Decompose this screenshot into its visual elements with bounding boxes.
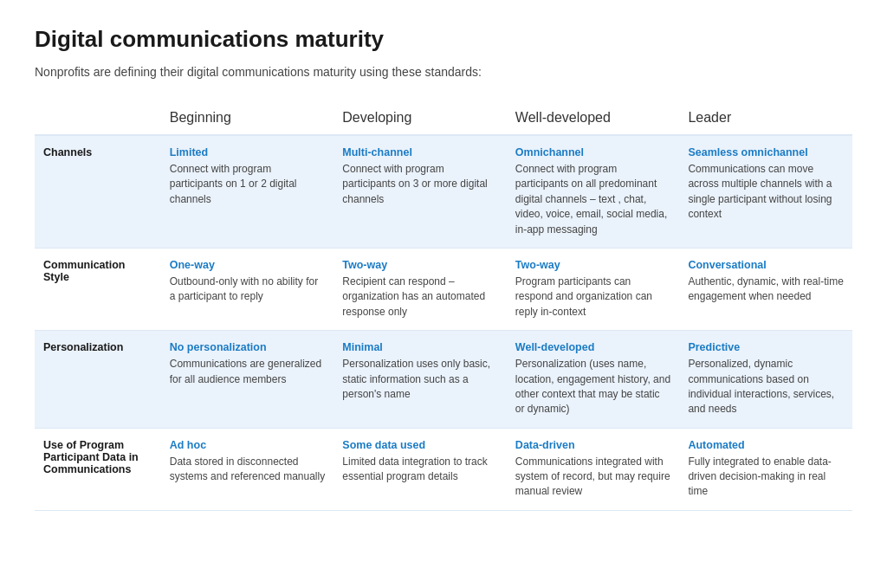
cell-well_developed-2: Well-developedPersonalization (uses name… — [507, 331, 680, 429]
row-label-3: Use of Program Participant Data in Commu… — [35, 428, 161, 510]
cell-title: One-way — [170, 259, 326, 271]
cell-title: Well-developed — [515, 341, 671, 353]
cell-title: Omnichannel — [515, 146, 671, 158]
row-label-2: Personalization — [35, 331, 161, 429]
table-row: PersonalizationNo personalizationCommuni… — [35, 331, 852, 429]
cell-beginning-1: One-wayOutbound-only with no ability for… — [161, 248, 334, 330]
cell-title: Multi-channel — [342, 146, 498, 158]
cell-title: Minimal — [342, 341, 498, 353]
cell-title: Predictive — [688, 341, 844, 353]
cell-body: Communications are generalized for all a… — [170, 358, 321, 384]
col-header-empty — [35, 103, 161, 135]
cell-developing-1: Two-wayRecipient can respond – organizat… — [333, 248, 507, 330]
cell-body: Authentic, dynamic, with real-time engag… — [688, 275, 843, 302]
cell-beginning-2: No personalizationCommunications are gen… — [161, 331, 334, 429]
cell-title: Conversational — [688, 259, 844, 271]
cell-body: Communications integrated with system of… — [515, 456, 670, 498]
cell-title: Ad hoc — [170, 439, 326, 451]
table-row: Communication StyleOne-wayOutbound-only … — [35, 248, 852, 330]
cell-well_developed-1: Two-wayProgram participants can respond … — [507, 248, 680, 330]
cell-title: Two-way — [515, 259, 671, 271]
row-label-0: Channels — [35, 135, 161, 248]
cell-body: Limited data integration to track essent… — [342, 456, 487, 482]
row-label-1: Communication Style — [35, 248, 161, 330]
cell-body: Communications can move across multiple … — [688, 163, 832, 220]
cell-body: Personalization (uses name, location, en… — [515, 358, 670, 415]
cell-body: Outbound-only with no ability for a part… — [170, 275, 318, 302]
cell-body: Personalized, dynamic communications bas… — [688, 358, 834, 415]
cell-title: Two-way — [342, 259, 498, 271]
cell-developing-2: MinimalPersonalization uses only basic, … — [333, 331, 507, 429]
cell-beginning-0: LimitedConnect with program participants… — [161, 135, 334, 248]
cell-title: Limited — [170, 146, 326, 158]
cell-body: Fully integrated to enable data-driven d… — [688, 456, 831, 498]
cell-beginning-3: Ad hocData stored in disconnected system… — [161, 428, 334, 510]
cell-body: Connect with program participants on all… — [515, 163, 667, 236]
cell-developing-0: Multi-channelConnect with program partic… — [333, 135, 507, 248]
cell-leader-3: AutomatedFully integrated to enable data… — [679, 428, 852, 510]
cell-well_developed-0: OmnichannelConnect with program particip… — [507, 135, 680, 248]
maturity-table: Beginning Developing Well-developed Lead… — [35, 103, 852, 511]
cell-title: Seamless omnichannel — [688, 146, 844, 158]
cell-body: Personalization uses only basic, static … — [342, 358, 490, 400]
col-header-beginning: Beginning — [161, 103, 334, 135]
cell-title: No personalization — [170, 341, 326, 353]
cell-leader-1: ConversationalAuthentic, dynamic, with r… — [679, 248, 852, 330]
cell-body: Program participants can respond and org… — [515, 275, 652, 318]
cell-leader-0: Seamless omnichannelCommunications can m… — [679, 135, 852, 248]
col-header-well-developed: Well-developed — [507, 103, 680, 135]
cell-title: Automated — [688, 439, 844, 451]
table-row: ChannelsLimitedConnect with program part… — [35, 135, 852, 248]
col-header-leader: Leader — [679, 103, 852, 135]
cell-body: Recipient can respond – organization has… — [342, 275, 485, 318]
cell-developing-3: Some data usedLimited data integration t… — [333, 428, 507, 510]
cell-leader-2: PredictivePersonalized, dynamic communic… — [679, 331, 852, 429]
cell-body: Data stored in disconnected systems and … — [170, 456, 325, 482]
page-subtitle: Nonprofits are defining their digital co… — [35, 65, 852, 79]
page-title: Digital communications maturity — [35, 26, 852, 53]
cell-title: Data-driven — [515, 439, 671, 451]
cell-title: Some data used — [342, 439, 498, 451]
table-row: Use of Program Participant Data in Commu… — [35, 428, 852, 510]
col-header-developing: Developing — [333, 103, 507, 135]
cell-body: Connect with program participants on 1 o… — [170, 163, 297, 205]
cell-well_developed-3: Data-drivenCommunications integrated wit… — [507, 428, 680, 510]
cell-body: Connect with program participants on 3 o… — [342, 163, 487, 205]
